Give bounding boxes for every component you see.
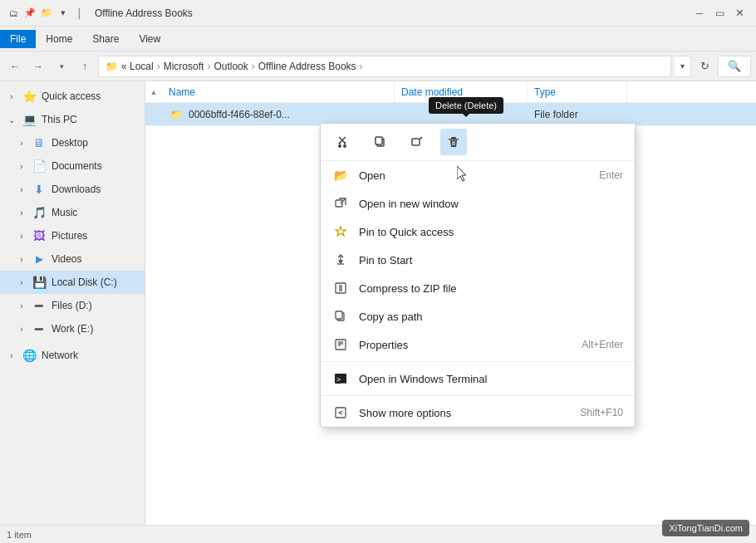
context-menu-overlay: Delete (Delete) (0, 0, 756, 543)
ctx-label-pin-start: Pin to Start (359, 254, 623, 267)
ctx-menu-item-terminal[interactable]: >_ Open in Windows Terminal (321, 364, 635, 393)
svg-rect-7 (376, 137, 382, 144)
svg-point-3 (343, 144, 346, 148)
svg-rect-32 (336, 408, 346, 418)
svg-marker-16 (336, 227, 346, 236)
ctx-menu-item-open-new[interactable]: Open in new window (321, 189, 635, 218)
ctx-divider (321, 361, 635, 362)
ctx-shortcut-more: Shift+F10 (580, 407, 623, 418)
svg-rect-10 (451, 137, 456, 139)
watermark: XiTongTianDi.com (662, 520, 749, 536)
ctx-divider-2 (321, 395, 635, 396)
ctx-label-open: Open (359, 169, 589, 182)
svg-text:>_: >_ (336, 375, 346, 384)
ctx-rename-btn[interactable] (404, 129, 430, 155)
ctx-label-more-options: Show more options (359, 407, 570, 419)
ctx-label-properties: Properties (359, 339, 572, 351)
svg-rect-11 (449, 139, 459, 140)
pin-start-icon (332, 252, 349, 268)
svg-rect-25 (336, 311, 342, 319)
svg-rect-26 (336, 340, 346, 350)
copy-path-icon (332, 308, 349, 325)
properties-icon (332, 336, 349, 353)
compress-icon (332, 280, 349, 296)
ctx-copy-btn[interactable] (367, 129, 394, 155)
context-menu: Delete (Delete) (320, 123, 636, 428)
ctx-menu-item-properties[interactable]: Properties Alt+Enter (321, 330, 635, 359)
terminal-icon: >_ (332, 370, 349, 387)
ctx-label-open-new: Open in new window (359, 198, 613, 210)
pin-quick-icon (332, 223, 349, 240)
svg-rect-8 (412, 139, 420, 145)
ctx-menu-item-open[interactable]: 📂 Open Enter (321, 161, 635, 189)
open-new-icon (332, 195, 349, 212)
ctx-delete-btn[interactable] (440, 129, 467, 155)
more-options-icon (332, 404, 349, 421)
ctx-menu-item-more-options[interactable]: Show more options Shift+F10 (321, 399, 635, 427)
svg-rect-19 (336, 283, 346, 293)
ctx-cut-btn[interactable] (331, 129, 357, 155)
context-menu-toolbar (321, 124, 635, 161)
ctx-menu-item-pin-quick[interactable]: Pin to Quick access (321, 218, 635, 246)
ctx-label-copy-path: Copy as path (359, 311, 623, 323)
ctx-shortcut-properties: Alt+Enter (582, 339, 623, 350)
svg-line-15 (341, 198, 346, 203)
ctx-shortcut-open: Enter (599, 169, 623, 181)
delete-tooltip: Delete (Delete) (429, 97, 503, 114)
svg-point-2 (338, 144, 341, 148)
ctx-label-pin-quick: Pin to Quick access (359, 226, 623, 238)
ctx-menu-item-compress[interactable]: Compress to ZIP file (321, 274, 635, 302)
ctx-label-compress: Compress to ZIP file (359, 282, 623, 295)
ctx-menu-item-copy-path[interactable]: Copy as path (321, 302, 635, 330)
open-icon: 📂 (332, 167, 349, 183)
ctx-label-terminal: Open in Windows Terminal (359, 373, 623, 385)
ctx-menu-item-pin-start[interactable]: Pin to Start (321, 246, 635, 274)
